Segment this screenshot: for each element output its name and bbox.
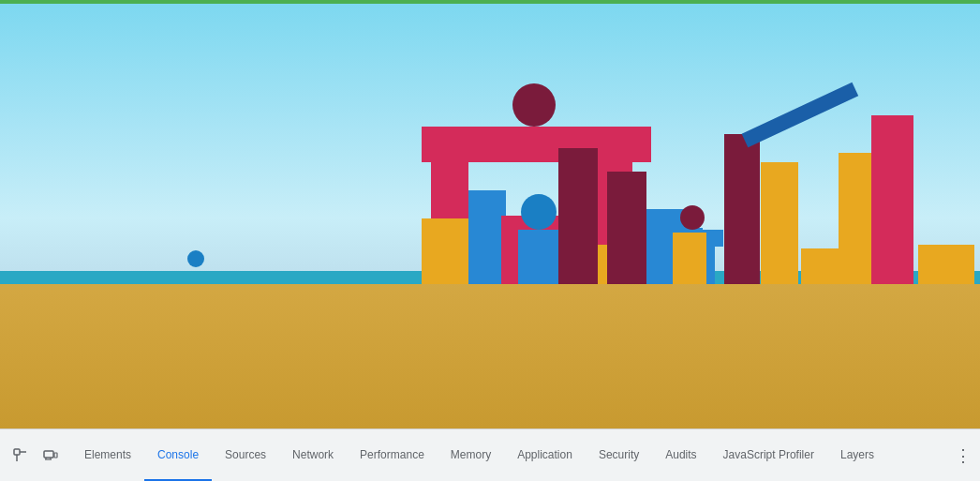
inspect-element-button[interactable] bbox=[7, 443, 34, 469]
tab-elements[interactable]: Elements bbox=[71, 429, 144, 481]
right-arch-left-pillar bbox=[724, 134, 760, 284]
tab-sources[interactable]: Sources bbox=[212, 429, 279, 481]
right-arch-mid-right bbox=[839, 153, 874, 284]
devtools-tabs: ElementsConsoleSourcesNetworkPerformance… bbox=[71, 429, 946, 481]
yellow-top-right2 bbox=[918, 245, 974, 284]
tab-memory[interactable]: Memory bbox=[438, 429, 504, 481]
sand bbox=[0, 279, 980, 428]
svg-rect-4 bbox=[54, 453, 57, 458]
tab-layers[interactable]: Layers bbox=[827, 429, 887, 481]
devtools-toolbar: ElementsConsoleSourcesNetworkPerformance… bbox=[0, 428, 980, 481]
yellow-block-right1 bbox=[673, 233, 706, 284]
crimson-tall-pillar-left bbox=[558, 148, 598, 284]
device-emulation-button[interactable] bbox=[37, 443, 64, 469]
small-figure-right-ball bbox=[680, 205, 705, 230]
tab-application[interactable]: Application bbox=[504, 429, 586, 481]
crimson-tall-pillar-right bbox=[607, 172, 646, 284]
right-arch-mid-left bbox=[761, 162, 798, 284]
game-area bbox=[0, 4, 980, 428]
yellow-block-left2 bbox=[422, 218, 468, 245]
blue-ball-figure-head bbox=[521, 194, 557, 230]
more-options-button[interactable]: ⋮ bbox=[946, 429, 980, 481]
tab-audits[interactable]: Audits bbox=[652, 429, 709, 481]
right-arch-right-pillar bbox=[871, 115, 913, 284]
top-ball bbox=[512, 83, 556, 127]
blue-ball-left bbox=[187, 250, 204, 267]
tab-console[interactable]: Console bbox=[144, 429, 212, 481]
app-container: ElementsConsoleSourcesNetworkPerformance… bbox=[0, 0, 980, 481]
svg-rect-3 bbox=[44, 451, 53, 458]
blue-ball-figure-body bbox=[518, 230, 559, 284]
yellow-top-right1 bbox=[801, 248, 839, 284]
tab-security[interactable]: Security bbox=[586, 429, 652, 481]
yellow-block-left bbox=[422, 245, 468, 284]
tab-javascript-profiler[interactable]: JavaScript Profiler bbox=[710, 429, 827, 481]
blue-pillar-arch bbox=[468, 190, 506, 284]
tab-performance[interactable]: Performance bbox=[347, 429, 438, 481]
tab-network[interactable]: Network bbox=[279, 429, 347, 481]
svg-rect-0 bbox=[14, 449, 20, 455]
devtools-left-icons bbox=[0, 429, 71, 481]
arch-top-beam bbox=[422, 127, 651, 162]
